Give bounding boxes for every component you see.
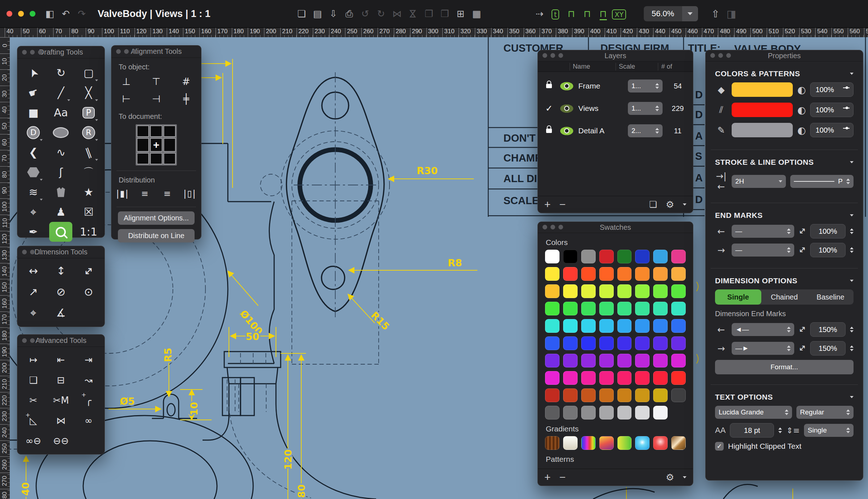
distribute-vertical-edges-button[interactable]: ≡ xyxy=(163,186,171,202)
distribute-horizontal-center-button[interactable]: |▯| xyxy=(183,186,196,202)
sunset-gradient[interactable] xyxy=(599,436,614,450)
snap-spacing-button[interactable]: ⇢ xyxy=(532,8,548,19)
color-swatch[interactable] xyxy=(635,250,650,263)
color-swatch[interactable] xyxy=(545,267,559,281)
radius-dimension-tool[interactable]: ⊙ xyxy=(77,281,100,302)
color-swatch[interactable] xyxy=(671,336,686,350)
align-bottom-button[interactable]: ⊥ xyxy=(115,73,138,90)
remove-layer-button[interactable]: − xyxy=(559,198,566,211)
collapse-chevron-icon[interactable] xyxy=(850,214,854,216)
unlink-tool[interactable]: ∞⊖ xyxy=(22,431,45,451)
palette-titlebar[interactable]: Swatches xyxy=(538,222,693,233)
horizontal-dimension-tool[interactable]: ↔ xyxy=(22,261,45,281)
color-swatch[interactable] xyxy=(635,267,650,281)
font-family-select[interactable]: Lucida Grande xyxy=(715,406,792,419)
color-swatch[interactable] xyxy=(563,250,578,263)
distribute-horizontal-edges-button[interactable]: |▮| xyxy=(116,186,129,202)
palette-window-dots[interactable] xyxy=(542,53,563,58)
spline-tool[interactable]: ʃ xyxy=(49,162,72,182)
color-swatch[interactable] xyxy=(653,302,668,315)
snap-horizontal-button[interactable]: ⊓ xyxy=(563,8,579,19)
flip-vertical-button[interactable]: ⋈ xyxy=(405,8,421,19)
stepper[interactable] xyxy=(850,345,854,351)
eye-visibility-icon[interactable] xyxy=(560,127,573,135)
color-swatch[interactable] xyxy=(671,250,686,263)
rotate-left-button[interactable]: ↺ xyxy=(357,8,373,19)
layer-scale-select[interactable]: 1... xyxy=(628,102,663,115)
import-button[interactable]: ⇩ xyxy=(326,8,341,19)
align-right-button[interactable]: ⊣ xyxy=(145,90,168,107)
actual-size-tool[interactable]: 1:1 xyxy=(77,222,100,242)
diagonal-dimension-tool[interactable]: ↔ xyxy=(77,261,100,281)
contrast-icon[interactable]: ◐ xyxy=(797,125,806,136)
multi-trim-tool[interactable]: ✂M xyxy=(49,390,72,410)
dim-end-mark-select[interactable]: —► xyxy=(732,342,794,355)
zoom-chevron-icon[interactable] xyxy=(682,6,698,21)
color-swatch[interactable] xyxy=(581,302,596,315)
color-swatch[interactable] xyxy=(671,319,686,333)
dim-end-mark-size-field[interactable]: 150% xyxy=(810,322,846,337)
eyedropper-tool[interactable]: ✒ xyxy=(22,222,45,242)
redo-button[interactable]: ↷ xyxy=(74,8,90,19)
color-swatch[interactable] xyxy=(563,284,578,298)
collapse-chevron-icon[interactable] xyxy=(850,280,854,282)
color-swatch[interactable] xyxy=(635,302,650,315)
center-point-tool[interactable]: ⌖ xyxy=(22,202,45,222)
palette-titlebar[interactable]: Drafting Tools xyxy=(17,46,105,59)
end-mark-size-field[interactable]: 100% xyxy=(810,243,846,257)
alignment-options-button[interactable]: Alignment Options... xyxy=(118,211,195,225)
gradient-button[interactable] xyxy=(841,104,851,115)
color-swatch[interactable] xyxy=(653,354,668,367)
snap-vertical-button[interactable]: ⊓ xyxy=(579,8,595,19)
palette-window-dots[interactable] xyxy=(116,49,137,54)
zoom-control[interactable]: 56.0% xyxy=(644,6,698,21)
color-swatch[interactable] xyxy=(635,284,650,298)
stepper[interactable] xyxy=(850,247,854,253)
color-swatch[interactable] xyxy=(653,284,668,298)
color-swatch[interactable] xyxy=(545,336,559,350)
star-tool[interactable]: ★ xyxy=(77,182,100,202)
end-mark-size-field[interactable]: 100% xyxy=(810,224,846,238)
format-button[interactable]: Format... xyxy=(715,360,854,374)
minimize-button[interactable] xyxy=(18,11,24,17)
contrast-icon[interactable]: ◐ xyxy=(797,84,806,95)
rotated-ellipse-tool[interactable]: R xyxy=(77,122,100,142)
stepper[interactable] xyxy=(778,427,782,433)
circle-diameter-tool[interactable]: D xyxy=(22,122,45,142)
palette-titlebar[interactable]: Properties xyxy=(706,50,863,61)
color-swatch[interactable] xyxy=(635,388,650,402)
opacity-field[interactable]: 100% xyxy=(810,82,854,97)
mirror-tool[interactable]: ⋈ xyxy=(49,410,72,431)
collapse-chevron-icon[interactable] xyxy=(850,73,854,75)
palette-window-dots[interactable] xyxy=(542,225,563,229)
trim-tool[interactable]: ✂ xyxy=(22,390,45,410)
color-swatch[interactable] xyxy=(653,267,668,281)
duplicate-layer-icon[interactable]: ❏ xyxy=(649,199,657,210)
layer-lock-toggle[interactable]: ✓ xyxy=(538,103,560,113)
perpendicular-dimension-tool[interactable]: ↗ xyxy=(22,281,45,302)
color-swatch[interactable] xyxy=(599,319,614,333)
undo-button[interactable]: ↶ xyxy=(58,8,74,19)
color-swatch[interactable] xyxy=(671,267,686,281)
distribute-on-line-button[interactable]: Distribute on Line xyxy=(118,229,195,242)
vertical-dimension-tool[interactable]: ↕ xyxy=(49,261,72,281)
new-document-button[interactable]: ❏ xyxy=(294,8,310,19)
cyan-glow-gradient[interactable] xyxy=(635,436,650,450)
line-style-select[interactable]: P xyxy=(790,175,854,188)
dimension-mode-button[interactable]: Chained xyxy=(761,289,808,305)
snap-object-button[interactable]: t xyxy=(548,8,563,20)
select-tool[interactable]: ➤ xyxy=(22,63,45,83)
palette-window-dots[interactable] xyxy=(22,338,43,343)
color-swatch[interactable] xyxy=(617,267,632,281)
layer-scale-select[interactable]: 1... xyxy=(628,79,663,93)
gear-icon[interactable]: ⚙ xyxy=(666,199,674,210)
color-swatch[interactable] xyxy=(653,250,668,263)
snap-line-button[interactable]: ⊓ xyxy=(595,8,611,19)
delete-shape-tool[interactable]: ☒ xyxy=(77,202,100,222)
color-swatch[interactable] xyxy=(635,354,650,367)
line-spacing-select[interactable]: Single xyxy=(804,424,854,437)
palette-window-dots[interactable] xyxy=(22,250,43,254)
layer-row[interactable]: ✓ Detail A 2... 11 xyxy=(538,122,693,139)
layer-lock-toggle[interactable]: ✓ xyxy=(538,129,560,133)
add-swatch-button[interactable]: + xyxy=(544,471,551,483)
